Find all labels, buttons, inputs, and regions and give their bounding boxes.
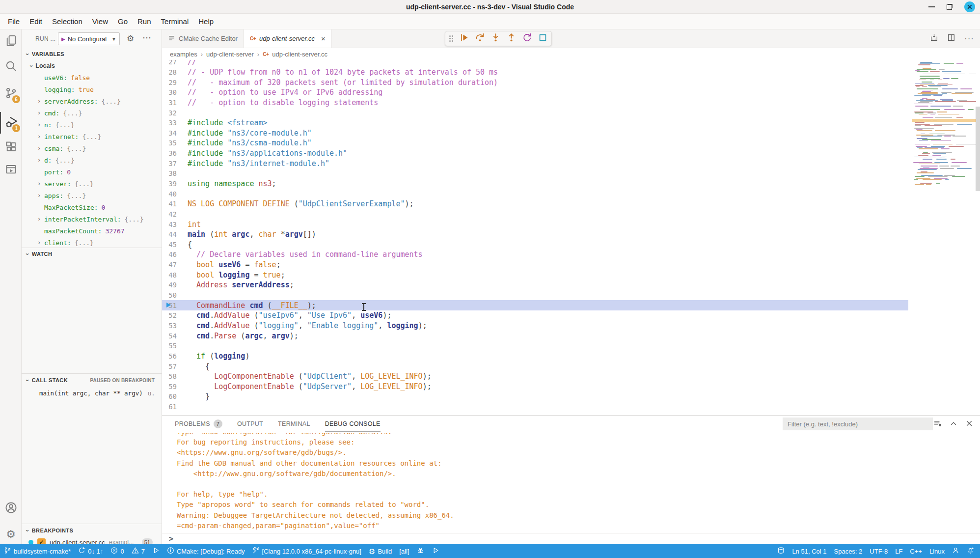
activity-item-extensions[interactable] — [0, 137, 22, 158]
code-line[interactable]: 48 bool logging = true; — [162, 270, 908, 280]
code-line[interactable]: 32 — [162, 108, 908, 118]
collapse-panel-icon[interactable] — [950, 419, 957, 429]
status-item-c-[interactable]: C++ — [910, 548, 922, 555]
menu-item-terminal[interactable]: Terminal — [156, 15, 194, 28]
status-item--all-[interactable]: [all] — [399, 548, 409, 555]
code-line[interactable]: 46 // Declare variables used in command-… — [162, 250, 908, 260]
breakpoints-section-header[interactable]: › BREAKPOINTS — [22, 525, 162, 536]
restore-icon[interactable] — [947, 4, 953, 10]
debug-configuration-dropdown[interactable]: ▶ No Configural ▼ — [58, 32, 120, 45]
menu-item-view[interactable]: View — [87, 15, 113, 28]
activity-item-search[interactable] — [0, 56, 22, 78]
breadcrumb-item[interactable]: udp-client-server — [206, 51, 254, 58]
code-line[interactable]: 49 Address serverAddress; — [162, 280, 908, 290]
code-line[interactable]: 28// - UDP flow from n0 to n1 of 1024 by… — [162, 67, 908, 78]
status-item-lf[interactable]: LF — [895, 548, 902, 555]
variable-row[interactable]: ›cmd:{...} — [22, 107, 162, 119]
status-item-utf-8[interactable]: UTF-8 — [870, 548, 888, 555]
variable-row[interactable]: logging:true — [22, 84, 162, 95]
code-editor[interactable]: 27//28// - UDP flow from n0 to n1 of 102… — [162, 60, 980, 415]
status-item-0-1-[interactable]: 0↓ 1↑ — [78, 547, 103, 556]
code-line[interactable]: 52 cmd.AddValue ("useIpv6", "Use Ipv6", … — [162, 310, 908, 321]
variable-row[interactable]: ›d:{...} — [22, 154, 162, 166]
variable-row[interactable]: ›apps:{...} — [22, 190, 162, 201]
code-line[interactable]: 27// — [162, 60, 908, 67]
code-line[interactable]: 61 — [162, 402, 908, 412]
activity-item-settings-gear[interactable]: ⚙ — [0, 524, 22, 545]
code-line[interactable]: 58 LogComponentEnable ("UdpClient", LOG_… — [162, 371, 908, 382]
code-line[interactable]: 41NS_LOG_COMPONENT_DEFINE ("UdpClientSer… — [162, 199, 908, 209]
code-line[interactable]: 43int — [162, 219, 908, 229]
activity-item-source-control[interactable]: 6 — [0, 83, 22, 105]
menu-item-file[interactable]: File — [3, 15, 25, 28]
variable-row[interactable]: port:0 — [22, 166, 162, 178]
close-tab-icon[interactable]: × — [321, 34, 326, 43]
watch-section-header[interactable]: › WATCH — [22, 248, 162, 260]
code-line[interactable]: 34#include "ns3/core-module.h" — [162, 128, 908, 138]
menu-item-selection[interactable]: Selection — [47, 15, 87, 28]
status-item-person[interactable] — [952, 547, 959, 556]
code-line[interactable]: 59 LogComponentEnable ("UdpServer", LOG_… — [162, 382, 908, 392]
clear-console-icon[interactable] — [934, 419, 942, 429]
code-line[interactable]: 55 — [162, 341, 908, 351]
stop-icon[interactable] — [538, 33, 547, 44]
minimize-icon[interactable] — [928, 6, 935, 7]
continue-icon[interactable] — [460, 33, 469, 44]
code-line[interactable]: 38 — [162, 168, 908, 179]
code-line[interactable]: 40 — [162, 189, 908, 199]
status-item-cmake-debug-ready[interactable]: CMake: [Debug]: Ready — [167, 547, 245, 556]
status-item-build[interactable]: ⚙Build — [369, 548, 392, 555]
code-line[interactable]: 53 cmd.AddValue ("logging", "Enable logg… — [162, 321, 908, 331]
status-item-linux[interactable]: Linux — [929, 548, 945, 555]
run-panel-more-icon[interactable]: ⋯ — [142, 32, 151, 43]
variable-row[interactable]: ›csma:{...} — [22, 142, 162, 154]
code-line[interactable]: 54 cmd.Parse (argc, argv); — [162, 331, 908, 341]
status-item-ln-51-col-1[interactable]: Ln 51, Col 1 — [792, 548, 826, 555]
code-line[interactable]: 57 { — [162, 361, 908, 371]
deploy-icon[interactable] — [930, 33, 938, 44]
code-line[interactable]: 39using namespace ns3; — [162, 179, 908, 189]
code-line[interactable]: 37#include "ns3/internet-module.h" — [162, 158, 908, 168]
code-line[interactable]: 50 — [162, 290, 908, 301]
status-item-bell-dot[interactable] — [967, 547, 974, 556]
close-icon[interactable]: ✕ — [964, 1, 975, 12]
tab-udp-client-server-cc[interactable]: C+udp-client-server.cc× — [244, 29, 332, 48]
code-line[interactable]: 29// - maximum of 320 packets sent (or l… — [162, 77, 908, 87]
variables-section-header[interactable]: › VARIABLES — [22, 48, 162, 60]
menu-item-help[interactable]: Help — [193, 15, 218, 28]
menu-item-edit[interactable]: Edit — [25, 15, 47, 28]
debug-console-input[interactable]: > — [162, 533, 980, 544]
code-line[interactable]: 56 if (logging) — [162, 351, 908, 362]
activity-item-window-run[interactable] — [0, 159, 22, 181]
code-line[interactable]: 51 CommandLine cmd (__FILE__); — [162, 300, 908, 310]
panel-tab-terminal[interactable]: TERMINAL — [278, 416, 310, 432]
variable-row[interactable]: maxPacketCount:32767 — [22, 225, 162, 237]
panel-tab-debug-console[interactable]: DEBUG CONSOLE — [325, 416, 381, 432]
status-item--clang-12-0-0-x86-64-pc-linux-gnu-[interactable]: [Clang 12.0.0 x86_64-pc-linux-gnu] — [252, 547, 361, 556]
variable-row[interactable]: ›interPacketInterval:{...} — [22, 213, 162, 225]
tab-cmake-cache-editor[interactable]: CMake Cache Editor — [162, 29, 244, 48]
variable-row[interactable]: useV6:false — [22, 72, 162, 84]
editor-scrollbar[interactable] — [976, 107, 980, 191]
call-stack-section-header[interactable]: › CALL STACK PAUSED ON BREAKPOINT — [22, 374, 162, 386]
code-line[interactable]: 60 } — [162, 391, 908, 402]
code-line[interactable]: 33#include <fstream> — [162, 118, 908, 128]
code-line[interactable]: 42 — [162, 209, 908, 220]
drag-grip-icon[interactable] — [449, 35, 453, 42]
code-line[interactable]: 35#include "ns3/csma-module.h" — [162, 138, 908, 148]
activity-item-account[interactable] — [0, 498, 22, 519]
status-item-debug-start[interactable] — [152, 547, 160, 556]
status-item-spaces-2[interactable]: Spaces: 2 — [834, 548, 863, 555]
locals-scope-row[interactable]: › Locals — [22, 60, 162, 72]
activity-item-explorer[interactable] — [0, 30, 22, 52]
status-item-0[interactable]: 0 — [110, 547, 124, 556]
step-into-icon[interactable] — [491, 33, 500, 44]
code-line[interactable]: 31// - option to disable logging stateme… — [162, 98, 908, 108]
status-item-buildsystem-cmake-[interactable]: buildsystem-cmake* — [4, 547, 71, 556]
status-item-7[interactable]: 7 — [132, 547, 145, 556]
code-line[interactable]: 44main (int argc, char *argv[]) — [162, 229, 908, 240]
variable-row[interactable]: ›client:{...} — [22, 237, 162, 249]
variable-row[interactable]: ›serverAddress:{...} — [22, 95, 162, 107]
code-line[interactable]: 45{ — [162, 240, 908, 250]
debug-settings-gear-icon[interactable]: ⚙ — [127, 34, 134, 43]
